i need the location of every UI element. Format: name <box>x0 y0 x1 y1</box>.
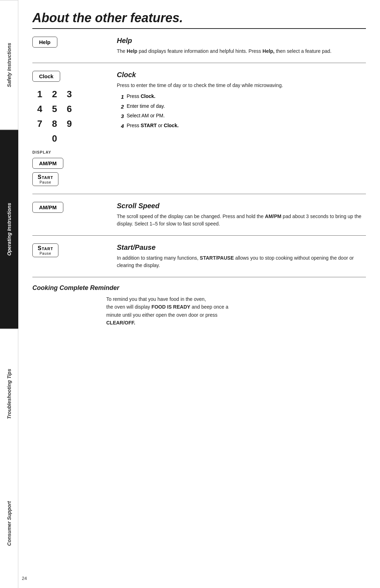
key-2[interactable]: 2 <box>47 87 62 101</box>
start-pause-left: Start Pause <box>32 243 106 269</box>
help-section: Help Help The Help pad displays feature … <box>32 29 366 63</box>
start-pause-right: Start/Pause In addition to starting many… <box>117 243 366 269</box>
step-num-1: 1 <box>117 93 124 101</box>
cooking-complete-heading: Cooking Complete Reminder <box>32 284 366 292</box>
help-left: Help <box>32 37 106 55</box>
page-title: About the other features. <box>32 11 366 25</box>
help-body: The Help pad displays feature informatio… <box>117 48 366 55</box>
start-pause-button-clock[interactable]: Start Pause <box>32 172 58 186</box>
key-6[interactable]: 6 <box>62 101 77 116</box>
start-pause-body: In addition to starting many functions, … <box>117 254 366 269</box>
step-2: 2 Enter time of day. <box>117 103 366 111</box>
sidebar: Safety Instructions Operating Instructio… <box>0 0 18 588</box>
clock-button[interactable]: Clock <box>32 71 60 82</box>
scroll-speed-heading: Scroll Speed <box>117 202 366 210</box>
clock-right: Clock Press to enter the time of day or … <box>117 71 366 186</box>
start-pause-section: Start Pause Start/Pause In addition to s… <box>32 236 366 277</box>
scroll-speed-left: AM/PM <box>32 202 106 228</box>
step-num-2: 2 <box>117 103 124 111</box>
step-text-2: Enter time of day. <box>127 103 366 110</box>
page-number: 24 <box>22 576 27 581</box>
start-sub-label: Pause <box>38 180 53 184</box>
scroll-speed-section: AM/PM Scroll Speed The scroll speed of t… <box>32 194 366 236</box>
clock-heading: Clock <box>117 71 366 79</box>
start-main-label: Start <box>38 174 53 180</box>
clock-body: Press to enter the time of day or to che… <box>117 82 366 89</box>
help-button[interactable]: Help <box>32 37 57 48</box>
step-4: 4 Press START or Clock. <box>117 122 366 130</box>
scroll-speed-body: The scroll speed of the display can be c… <box>117 213 366 228</box>
key-3[interactable]: 3 <box>62 87 77 101</box>
key-7[interactable]: 7 <box>32 116 47 131</box>
key-8[interactable]: 8 <box>47 116 62 131</box>
start-main-label-2: Start <box>38 245 53 252</box>
start-sub-label-2: Pause <box>38 252 53 255</box>
step-1: 1 Press Clock. <box>117 93 366 101</box>
key-1[interactable]: 1 <box>32 87 47 101</box>
key-9[interactable]: 9 <box>62 116 77 131</box>
help-right: Help The Help pad displays feature infor… <box>117 37 366 55</box>
cooking-complete-body: To remind you that you have food in the … <box>32 295 366 327</box>
scroll-speed-right: Scroll Speed The scroll speed of the dis… <box>117 202 366 228</box>
sidebar-operating: Operating Instructions <box>0 130 18 329</box>
step-text-1: Press Clock. <box>127 93 366 100</box>
scroll-speed-ampm-button[interactable]: AM/PM <box>32 202 63 213</box>
ampm-button[interactable]: AM/PM <box>32 158 63 169</box>
keypad-grid: 1 2 3 4 5 6 7 8 9 0 <box>32 87 77 146</box>
clock-section: Clock 1 2 3 4 5 6 7 8 9 0 Display AM/PM … <box>32 63 366 194</box>
key-5[interactable]: 5 <box>47 101 62 116</box>
step-text-4: Press START or Clock. <box>127 122 366 129</box>
sidebar-troubleshooting: Troubleshooting Tips <box>0 329 18 458</box>
clock-left: Clock 1 2 3 4 5 6 7 8 9 0 Display AM/PM … <box>32 71 106 186</box>
clock-steps: 1 Press Clock. 2 Enter time of day. 3 Se… <box>117 93 366 130</box>
display-label: Display <box>32 150 51 154</box>
key-4[interactable]: 4 <box>32 101 47 116</box>
key-0[interactable]: 0 <box>47 131 62 146</box>
start-pause-button-main[interactable]: Start Pause <box>32 243 58 257</box>
step-text-3: Select AM or PM. <box>127 112 366 119</box>
sidebar-consumer: Consumer Support <box>0 459 18 588</box>
step-num-3: 3 <box>117 112 124 120</box>
start-pause-heading: Start/Pause <box>117 243 366 252</box>
sidebar-safety: Safety Instructions <box>0 0 18 130</box>
main-content: About the other features. Help Help The … <box>18 0 380 588</box>
step-3: 3 Select AM or PM. <box>117 112 366 120</box>
cooking-complete-section: Cooking Complete Reminder To remind you … <box>32 277 366 327</box>
help-heading: Help <box>117 37 366 45</box>
step-num-4: 4 <box>117 122 124 130</box>
